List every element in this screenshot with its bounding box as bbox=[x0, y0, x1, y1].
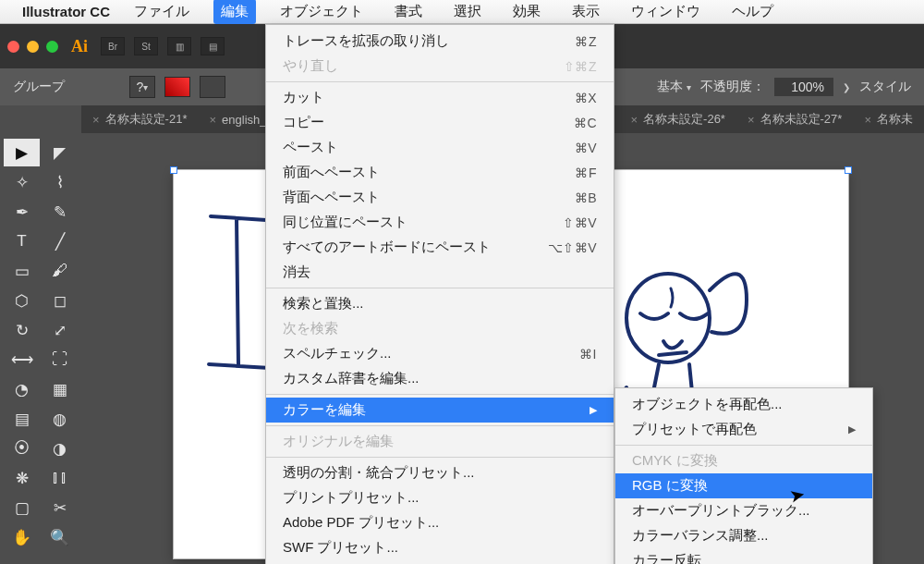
menu-item[interactable]: カット⌘X bbox=[266, 85, 614, 110]
layout-icon[interactable]: ▥ bbox=[167, 37, 191, 55]
layout-icon[interactable]: ▤ bbox=[201, 37, 225, 55]
help-chip[interactable]: ?▾ bbox=[129, 76, 155, 98]
width-tool-icon[interactable]: ⟷ bbox=[4, 346, 40, 374]
menu-item[interactable]: トレースを拡張の取り消し⌘Z bbox=[266, 29, 614, 54]
opacity-select[interactable]: 100% bbox=[774, 78, 833, 96]
menu-item[interactable]: 検索と置換... bbox=[266, 291, 614, 316]
type-tool-icon[interactable]: T bbox=[4, 227, 40, 255]
window-controls[interactable] bbox=[7, 41, 58, 53]
illustrator-logo-icon: Ai bbox=[67, 37, 91, 56]
pen-tool-icon[interactable]: ✒ bbox=[4, 198, 40, 226]
menu-item[interactable]: 同じ位置にペースト⇧⌘V bbox=[266, 210, 614, 235]
menu-ファイル[interactable]: ファイル bbox=[127, 0, 197, 24]
document-tab[interactable]: ×名称未 bbox=[853, 105, 924, 133]
direct-selection-tool-icon[interactable]: ◤ bbox=[42, 139, 78, 166]
tool-panel: ▶◤ ✧⌇ ✒✎ T╱ ▭🖌 ⬡◻ ↻⤢ ⟷⛶ ◔▦ ▤◍ ⦿◑ ❋⫿⫿ ▢✂ … bbox=[0, 133, 81, 564]
document-tab[interactable]: ×名称未設定-26* bbox=[619, 105, 736, 133]
menu-item[interactable]: カラーを編集▶ bbox=[266, 398, 614, 423]
edit-menu-dropdown: トレースを拡張の取り消し⌘Zやり直し⇧⌘Zカット⌘Xコピー⌘Cペースト⌘V前面へ… bbox=[265, 24, 614, 564]
menu-item[interactable]: Adobe PDF プリセット... bbox=[266, 510, 614, 535]
slice-tool-icon[interactable]: ✂ bbox=[42, 494, 78, 521]
menu-ヘルプ[interactable]: ヘルプ bbox=[724, 0, 781, 24]
hand-tool-icon[interactable]: ✋ bbox=[4, 523, 40, 551]
menu-表示[interactable]: 表示 bbox=[565, 0, 607, 24]
scale-tool-icon[interactable]: ⤢ bbox=[42, 316, 78, 344]
maximize-icon[interactable] bbox=[46, 41, 58, 53]
mesh-tool-icon[interactable]: ▤ bbox=[4, 405, 40, 433]
paintbrush-tool-icon[interactable]: 🖌 bbox=[42, 257, 78, 285]
artboard-tool-icon[interactable]: ▢ bbox=[4, 494, 40, 521]
chevron-right-icon[interactable]: ❯ bbox=[843, 82, 850, 92]
symbol-sprayer-tool-icon[interactable]: ❋ bbox=[4, 464, 40, 492]
document-tab[interactable]: ×名称未設定-27* bbox=[736, 105, 853, 133]
close-tab-icon[interactable]: × bbox=[92, 113, 100, 127]
menu-item[interactable]: RGB に変換 bbox=[615, 473, 872, 498]
brush-preset-select[interactable]: 基本▾ bbox=[657, 79, 691, 95]
eraser-tool-icon[interactable]: ◻ bbox=[42, 287, 78, 314]
menu-item[interactable]: 背面へペースト⌘B bbox=[266, 185, 614, 210]
shaper-tool-icon[interactable]: ⬡ bbox=[4, 287, 40, 314]
menu-item[interactable]: カラーバランス調整... bbox=[615, 523, 872, 548]
menu-選択[interactable]: 選択 bbox=[446, 0, 489, 24]
menu-item: オリジナルを編集 bbox=[266, 429, 614, 454]
menu-編集[interactable]: 編集 bbox=[213, 0, 256, 24]
magic-wand-tool-icon[interactable]: ✧ bbox=[4, 168, 40, 196]
column-graph-tool-icon[interactable]: ⫿⫿ bbox=[42, 464, 78, 492]
menu-item[interactable]: 遠近グリッドプリセット... bbox=[266, 560, 614, 564]
sketch-stroke bbox=[201, 207, 275, 392]
menu-item[interactable]: カスタム辞書を編集... bbox=[266, 366, 614, 391]
menu-item[interactable]: スペルチェック...⌘I bbox=[266, 341, 614, 366]
menu-item[interactable]: オーバープリントブラック... bbox=[615, 498, 872, 523]
eyedropper-tool-icon[interactable]: ⦿ bbox=[4, 435, 40, 462]
menu-item[interactable]: プリントプリセット... bbox=[266, 485, 614, 510]
close-tab-icon[interactable]: × bbox=[748, 113, 755, 127]
rotate-tool-icon[interactable]: ↻ bbox=[4, 316, 40, 344]
menu-item: やり直し⇧⌘Z bbox=[266, 54, 614, 79]
close-tab-icon[interactable]: × bbox=[209, 113, 216, 127]
menu-オブジェクト[interactable]: オブジェクト bbox=[273, 0, 371, 24]
minimize-icon[interactable] bbox=[27, 41, 39, 53]
style-label: スタイル bbox=[859, 79, 911, 95]
selection-tool-icon[interactable]: ▶ bbox=[4, 139, 40, 166]
close-tab-icon[interactable]: × bbox=[864, 113, 871, 127]
menu-item[interactable]: コピー⌘C bbox=[266, 110, 614, 135]
edit-color-submenu: オブジェクトを再配色...プリセットで再配色▶CMYK に変換RGB に変換オー… bbox=[614, 387, 873, 564]
menu-item[interactable]: 消去 bbox=[266, 260, 614, 285]
rectangle-tool-icon[interactable]: ▭ bbox=[4, 257, 40, 285]
menu-item[interactable]: 前面へペースト⌘F bbox=[266, 160, 614, 185]
menu-item[interactable]: SWF プリセット... bbox=[266, 535, 614, 560]
menu-item: CMYK に変換 bbox=[615, 448, 872, 473]
fill-swatch[interactable] bbox=[164, 77, 190, 97]
stroke-swatch[interactable] bbox=[200, 76, 225, 98]
app-name: Illustrator CC bbox=[22, 4, 110, 19]
menu-item: 次を検索 bbox=[266, 316, 614, 341]
menu-書式[interactable]: 書式 bbox=[387, 0, 430, 24]
menu-item[interactable]: カラー反転 bbox=[615, 548, 872, 564]
menu-item[interactable]: オブジェクトを再配色... bbox=[615, 392, 872, 417]
document-tab[interactable]: ×名称未設定-21* bbox=[81, 105, 198, 133]
close-tab-icon[interactable]: × bbox=[630, 113, 638, 127]
menu-効果[interactable]: 効果 bbox=[505, 0, 548, 24]
free-transform-tool-icon[interactable]: ⛶ bbox=[42, 346, 78, 374]
blend-tool-icon[interactable]: ◑ bbox=[42, 435, 78, 462]
line-tool-icon[interactable]: ╱ bbox=[42, 227, 78, 255]
curvature-tool-icon[interactable]: ✎ bbox=[42, 198, 78, 226]
workspace-chip[interactable]: St bbox=[134, 37, 158, 55]
menu-item[interactable]: 透明の分割・統合プリセット... bbox=[266, 460, 614, 485]
selection-type-label: グループ bbox=[13, 79, 65, 95]
zoom-tool-icon[interactable]: 🔍 bbox=[42, 523, 78, 551]
close-icon[interactable] bbox=[7, 41, 19, 53]
perspective-tool-icon[interactable]: ▦ bbox=[42, 375, 78, 403]
menu-item[interactable]: すべてのアートボードにペースト⌥⇧⌘V bbox=[266, 235, 614, 260]
menu-ウィンドウ[interactable]: ウィンドウ bbox=[624, 0, 708, 24]
mac-menubar: Illustrator CC ファイル編集オブジェクト書式選択効果表示ウィンドウ… bbox=[0, 0, 924, 24]
opacity-label: 不透明度： bbox=[700, 79, 765, 95]
shape-builder-tool-icon[interactable]: ◔ bbox=[4, 375, 40, 403]
menu-item[interactable]: プリセットで再配色▶ bbox=[615, 417, 872, 442]
lasso-tool-icon[interactable]: ⌇ bbox=[42, 168, 78, 196]
gradient-tool-icon[interactable]: ◍ bbox=[42, 405, 78, 433]
menu-item[interactable]: ペースト⌘V bbox=[266, 135, 614, 160]
workspace-chip[interactable]: Br bbox=[101, 37, 125, 55]
